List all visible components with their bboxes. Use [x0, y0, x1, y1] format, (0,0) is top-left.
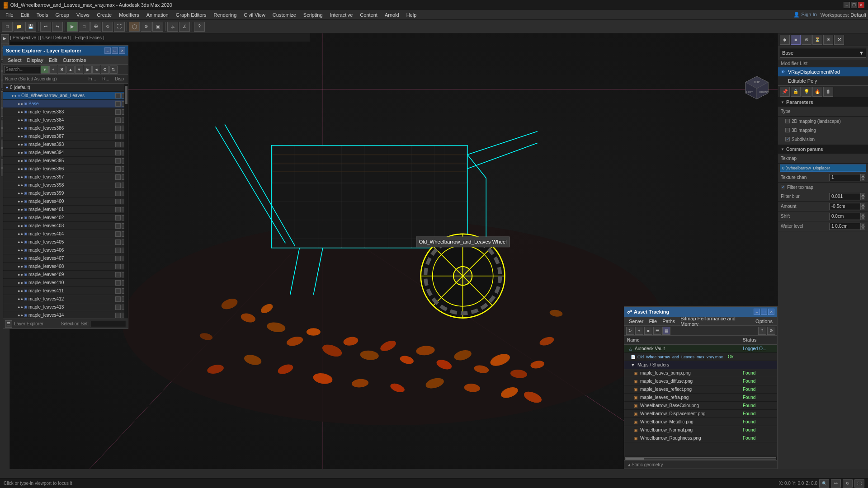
new-button[interactable]: □ [2, 22, 13, 32]
se-box1-ml400[interactable] [115, 199, 121, 204]
minimize-button[interactable]: – [844, 2, 850, 8]
se-expand-btn[interactable]: ▶ [84, 66, 92, 74]
se-eye2-ml402[interactable]: ● [20, 216, 23, 220]
se-item-ml411[interactable]: ●●▣maple_leaves411 [3, 287, 128, 295]
at-row-wb-normal[interactable]: ▣ Wheelbarrow_Normal.png Found [624, 426, 777, 434]
se-sort-btn[interactable]: ⇅ [109, 66, 118, 74]
amount-down[interactable]: ▼ [861, 206, 865, 210]
mod-modify-btn[interactable]: ■ [791, 35, 801, 45]
menu-animation[interactable]: Animation [143, 11, 172, 19]
se-eye-ml408[interactable]: ● [18, 264, 20, 269]
rotate-button[interactable]: ↻ [102, 22, 113, 32]
mod-utilities-btn[interactable]: ⚒ [834, 35, 844, 45]
se-collapse-btn[interactable]: ◄ [92, 66, 100, 74]
at-menu-paths[interactable]: Paths [660, 318, 678, 325]
scale-button[interactable]: ⛶ [114, 22, 125, 32]
se-item-ml405[interactable]: ●●▣maple_leaves405 [3, 238, 128, 246]
at-collapse-btn[interactable]: ■ [644, 327, 652, 335]
se-item-ml398[interactable]: ●●▣maple_leaves398 [3, 181, 128, 189]
help-button[interactable]: ? [194, 22, 205, 32]
se-box1-ml408[interactable] [115, 264, 121, 269]
menu-edit[interactable]: Edit [17, 11, 33, 19]
se-eye-ml405[interactable]: ● [18, 240, 20, 244]
maximize-button[interactable]: ☐ [851, 2, 857, 8]
at-minimize-btn[interactable]: – [754, 309, 760, 315]
se-item-ml384[interactable]: ●●▣maple_leaves384 [3, 116, 128, 124]
shift-arrows[interactable]: ▲ ▼ [861, 213, 865, 220]
se-eye2-ml410[interactable]: ● [20, 281, 23, 285]
se-eye2-ml414[interactable]: ● [20, 313, 23, 318]
filter-blur-spinner[interactable]: 0.001 ▲ ▼ [829, 193, 865, 200]
se-eye2-base[interactable]: ● [20, 102, 23, 106]
mod-hierarchy-btn[interactable]: ⊛ [802, 35, 811, 45]
se-eye2-ml396[interactable]: ● [20, 167, 23, 171]
water-level-up[interactable]: ▲ [861, 223, 865, 226]
se-box1-ml394[interactable] [115, 150, 121, 155]
se-eye2-ml405[interactable]: ● [20, 240, 23, 244]
at-close-btn[interactable]: ✕ [768, 309, 774, 315]
se-eye2-ml400[interactable]: ● [20, 199, 23, 204]
se-box1-ml383[interactable] [115, 109, 121, 115]
title-bar-controls[interactable]: – ☐ ✕ [844, 2, 864, 8]
se-eye2-ml397[interactable]: ● [20, 175, 23, 179]
at-scrollbar-thumb[interactable] [626, 458, 644, 460]
at-row-maps[interactable]: ▼ Maps / Shaders [624, 361, 777, 369]
se-item-ml396[interactable]: ●●▣maple_leaves396 [3, 165, 128, 173]
se-eye-ml397[interactable]: ● [18, 175, 20, 179]
signin-label[interactable]: 👤 Sign In [793, 12, 816, 18]
at-row-wb-roughness[interactable]: ▣ Wheelbarrow_Roughness.png Found [624, 434, 777, 442]
se-delete-btn[interactable]: ✖ [58, 66, 66, 74]
se-box1-ml406[interactable] [115, 248, 121, 253]
se-eye-ml384[interactable]: ● [18, 118, 20, 122]
se-item-ml387[interactable]: ●●▣maple_leaves387 [3, 132, 128, 141]
at-row-ml-refra[interactable]: ▣ maple_leaves_refra.png Found [624, 394, 777, 402]
filter-blur-down[interactable]: ▼ [861, 197, 865, 200]
se-item-wheelbarrow[interactable]: ●●◈Old_Wheelbarrow_and_Leaves [3, 92, 128, 100]
se-filter-btn[interactable]: ▼ [41, 66, 49, 74]
se-item-ml406[interactable]: ●●▣maple_leaves406 [3, 246, 128, 254]
se-eye-wheelbarrow[interactable]: ● [11, 94, 14, 98]
se-move-up-btn[interactable]: ▲ [66, 66, 75, 74]
se-item-ml409[interactable]: ●●▣maple_leaves409 [3, 271, 128, 279]
se-box1-ml399[interactable] [115, 191, 121, 196]
se-box1-ml387[interactable] [115, 134, 121, 139]
menu-create[interactable]: Create [93, 11, 115, 19]
select-region-button[interactable]: □ [79, 22, 90, 32]
se-box1-ml402[interactable] [115, 215, 121, 221]
se-eye2-ml394[interactable]: ● [20, 150, 23, 155]
se-box1-base[interactable] [115, 101, 121, 107]
se-box1-ml403[interactable] [115, 223, 121, 229]
se-item-ml404[interactable]: ●●▣maple_leaves404 [3, 230, 128, 238]
se-menu-edit[interactable]: Edit [46, 56, 60, 64]
open-button[interactable]: 📁 [14, 22, 24, 32]
menu-modifiers[interactable]: Modifiers [115, 11, 143, 19]
se-box1-ml401[interactable] [115, 207, 121, 212]
at-scrollbar-track[interactable] [625, 457, 776, 460]
se-eye2-ml384[interactable]: ● [20, 118, 23, 122]
se-eye-base[interactable]: ● [18, 102, 20, 106]
type-2d-radio[interactable] [785, 119, 790, 123]
se-box1-ml409[interactable] [115, 272, 121, 277]
se-add-layer-btn[interactable]: + [49, 66, 57, 74]
se-item-layer0[interactable]: ▼0 (default) [3, 84, 128, 92]
se-eye2-ml399[interactable]: ● [20, 191, 23, 196]
se-menu-select[interactable]: Select [5, 56, 24, 64]
se-box1-ml414[interactable] [115, 313, 121, 318]
mod-display-btn[interactable]: ☀ [823, 35, 833, 45]
se-eye-ml414[interactable]: ● [18, 313, 20, 318]
at-row-ml-diffuse[interactable]: ▣ maple_leaves_diffuse.png Found [624, 377, 777, 385]
filter-blur-arrows[interactable]: ▲ ▼ [861, 193, 865, 200]
se-item-ml393[interactable]: ●●▣maple_leaves393 [3, 141, 128, 149]
nav-pan-btn[interactable]: ⚯ [831, 479, 841, 488]
se-box1-ml410[interactable] [115, 280, 121, 286]
se-box1-ml398[interactable] [115, 183, 121, 188]
se-box1-ml411[interactable] [115, 288, 121, 294]
save-button[interactable]: 💾 [25, 22, 36, 32]
se-item-ml383[interactable]: ●●▣maple_leaves383 [3, 108, 128, 116]
menu-arnold[interactable]: Arnold [381, 11, 403, 19]
modifier-eye-vray[interactable]: 👁 [781, 70, 786, 74]
se-item-ml402[interactable]: ●●▣maple_leaves402 [3, 214, 128, 222]
water-level-arrows[interactable]: ▲ ▼ [861, 223, 865, 230]
se-item-ml397[interactable]: ●●▣maple_leaves397 [3, 173, 128, 181]
se-options-btn[interactable]: ⚙ [101, 66, 109, 74]
